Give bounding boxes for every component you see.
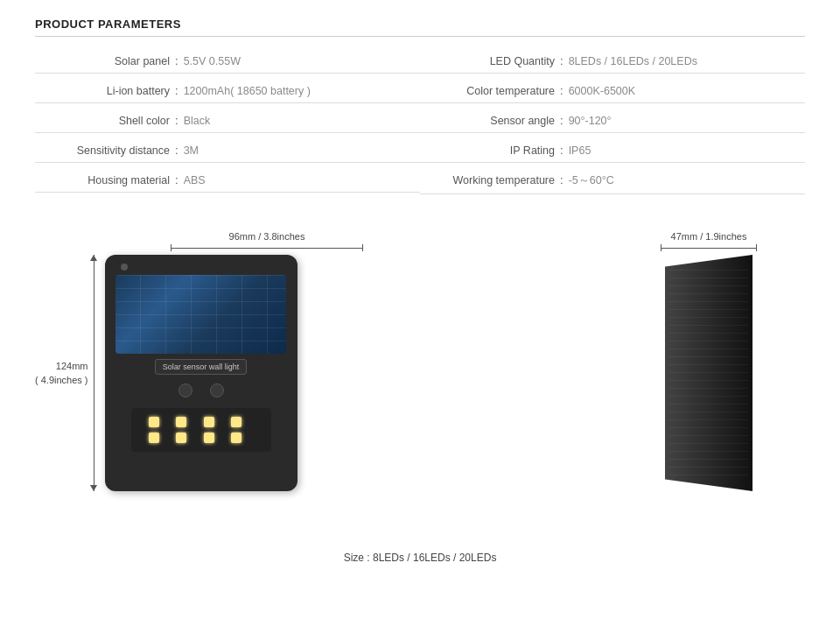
width-arrow xyxy=(171,244,363,251)
side-width-dim-block: 47mm / 1.9inches xyxy=(661,231,757,251)
sensor-badge: Solar sensor wall light xyxy=(155,359,248,375)
param-label-solar: Solar panel xyxy=(35,55,175,67)
v-arrow-area: 124mm ( 4.9inches ) xyxy=(35,255,94,491)
height-label: 124mm ( 4.9inches ) xyxy=(35,359,88,388)
param-value-sensor-angle: 90°-120° xyxy=(569,115,612,127)
param-label-led-qty: LED Quantity xyxy=(420,55,560,67)
param-label-housing: Housing material xyxy=(35,174,175,186)
param-label-color: Shell color xyxy=(35,115,175,127)
param-value-working-temp: -5～60°C xyxy=(569,173,614,188)
param-value-housing: ABS xyxy=(184,174,206,186)
param-label-battery: Li-ion battery xyxy=(35,85,175,97)
param-label-working-temp: Working temperature xyxy=(420,174,560,186)
param-value-led-qty: 8LEDs / 16LEDs / 20LEDs xyxy=(569,55,697,67)
param-row-battery: Li-ion battery : 1200mAh( 18650 battery … xyxy=(35,84,420,103)
param-value-sensitivity: 3M xyxy=(184,144,199,157)
side-view-block: 47mm / 1.9inches xyxy=(612,231,805,538)
param-row-housing: Housing material : ABS xyxy=(35,173,420,193)
param-row-color: Shell color : Black xyxy=(35,114,420,133)
section-title: PRODUCT PARAMETERS xyxy=(35,18,181,31)
front-row: 124mm ( 4.9inches ) Solar sensor wall li… xyxy=(35,255,595,491)
motion-sensor-right xyxy=(210,383,224,397)
front-product-image: Solar sensor wall light xyxy=(105,255,298,491)
led-2 xyxy=(176,417,186,427)
param-value-ip: IP65 xyxy=(569,144,592,157)
side-product-image xyxy=(665,255,752,491)
params-section: Solar panel : 5.5V 0.55W Li-ion battery … xyxy=(35,54,805,205)
param-value-solar: 5.5V 0.55W xyxy=(184,55,241,67)
width-label: 96mm / 3.8inches xyxy=(171,231,363,242)
led-1 xyxy=(149,417,159,427)
param-row-sensor-angle: Sensor angle : 90°-120° xyxy=(420,114,805,133)
height-arrow-line xyxy=(94,255,94,491)
top-sensor-dot xyxy=(121,264,128,271)
dimensions-section: 96mm / 3.8inches 124mm ( 4.9inches ) xyxy=(35,231,805,538)
param-row-solar: Solar panel : 5.5V 0.55W xyxy=(35,54,420,74)
param-value-color: Black xyxy=(184,115,211,127)
side-width-arrow xyxy=(661,244,757,251)
param-row-color-temp: Color temperature : 6000K-6500K xyxy=(420,84,805,103)
param-row-led-qty: LED Quantity : 8LEDs / 16LEDs / 20LEDs xyxy=(420,54,805,74)
led-4 xyxy=(231,417,242,427)
side-width-label: 47mm / 1.9inches xyxy=(661,231,757,242)
section-header: PRODUCT PARAMETERS xyxy=(35,18,805,37)
param-label-sensor-angle: Sensor angle xyxy=(420,115,560,127)
param-row-sensitivity: Sensitivity distance : 3M xyxy=(35,144,420,163)
led-grid xyxy=(131,408,271,452)
sensor-row xyxy=(178,383,224,397)
width-dim-block: 96mm / 3.8inches xyxy=(171,231,363,251)
param-label-color-temp: Color temperature xyxy=(420,85,560,97)
params-col-left: Solar panel : 5.5V 0.55W Li-ion battery … xyxy=(35,54,420,205)
led-5 xyxy=(149,433,159,443)
led-3 xyxy=(204,417,214,427)
led-8 xyxy=(231,433,242,443)
param-value-color-temp: 6000K-6500K xyxy=(569,85,635,97)
size-caption-text: Size : 8LEDs / 16LEDs / 20LEDs xyxy=(344,552,497,564)
size-caption: Size : 8LEDs / 16LEDs / 20LEDs xyxy=(35,552,805,564)
led-6 xyxy=(176,433,186,443)
param-row-ip: IP Rating : IP65 xyxy=(420,144,805,163)
motion-sensor-left xyxy=(178,383,192,397)
param-value-battery: 1200mAh( 18650 battery ) xyxy=(184,85,311,97)
param-label-ip: IP Rating xyxy=(420,144,560,157)
param-row-working-temp: Working temperature : -5～60°C xyxy=(420,173,805,194)
param-label-sensitivity: Sensitivity distance xyxy=(35,144,175,157)
page: PRODUCT PARAMETERS Solar panel : 5.5V 0.… xyxy=(0,0,840,626)
solar-panel xyxy=(116,275,286,354)
params-col-right: LED Quantity : 8LEDs / 16LEDs / 20LEDs C… xyxy=(420,54,805,205)
led-7 xyxy=(204,433,214,443)
